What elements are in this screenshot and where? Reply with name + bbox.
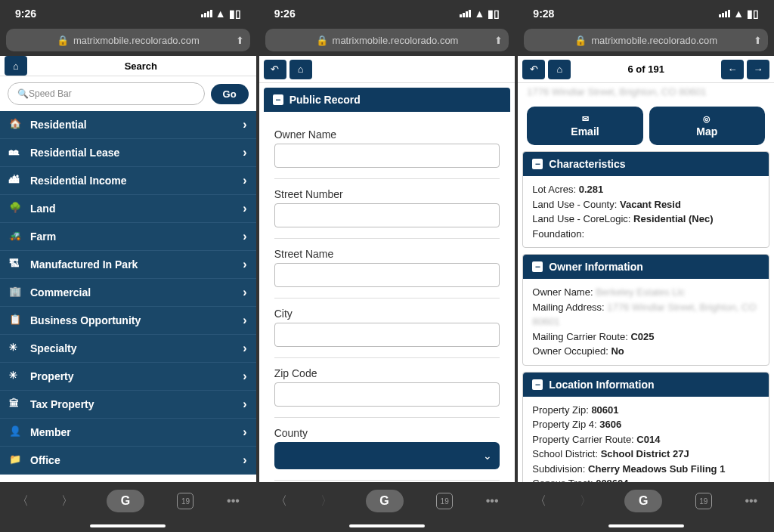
data-row: Mailing Carrier Route: C025 [532, 329, 760, 345]
category-icon: 🏙 [9, 174, 23, 187]
home-button[interactable]: ⌂ [548, 60, 571, 79]
more-icon[interactable]: ••• [745, 494, 757, 508]
category-icon: ✳ [9, 342, 23, 355]
home-indicator[interactable] [349, 524, 425, 527]
nav-bar: ↶ ⌂ [259, 56, 515, 83]
field-label: County [274, 427, 500, 439]
category-label: Business Opportunity [30, 314, 141, 326]
collapse-icon[interactable]: − [532, 159, 543, 169]
map-icon: ◎ [703, 114, 711, 124]
map-button[interactable]: ◎Map [649, 107, 765, 145]
data-row: Property Zip: 80601 [532, 403, 760, 418]
share-icon[interactable]: ⬆ [236, 35, 244, 46]
tabs-button[interactable]: 19 [177, 493, 194, 509]
battery-icon: ▮▯ [229, 8, 241, 20]
email-button[interactable]: ✉Email [527, 107, 642, 145]
recent-searches-link[interactable]: 2 Recent Searches [0, 475, 256, 482]
panel-characteristics: −Characteristics Lot Acres: 0.281Land Us… [522, 151, 769, 248]
url-text: matrixmobile.recolorado.com [73, 35, 200, 46]
collapse-icon[interactable]: − [532, 379, 543, 390]
back-button[interactable]: ↶ [264, 60, 286, 79]
category-item[interactable]: 🏠Residential› [0, 111, 256, 139]
speed-bar-input[interactable]: 🔍 Speed Bar [8, 82, 205, 105]
share-icon[interactable]: ⬆ [754, 35, 762, 46]
section-header-location[interactable]: −Location Information [523, 373, 769, 397]
category-icon: 🏠 [9, 118, 23, 131]
field-input-city[interactable] [274, 323, 500, 347]
category-icon: 🏛 [9, 397, 23, 411]
more-icon[interactable]: ••• [227, 494, 240, 508]
category-item[interactable]: ✳Specialty› [0, 335, 256, 363]
field-label: Street Name [274, 248, 500, 260]
google-button[interactable]: G [624, 490, 662, 512]
battery-icon: ▮▯ [488, 8, 500, 20]
category-label: Residential Income [30, 175, 127, 187]
google-button[interactable]: G [366, 490, 404, 512]
address-bar[interactable]: 🔒 matrixmobile.recolorado.com ⬆ [6, 29, 250, 51]
data-row: Mailing Address: 1776 Windlar Street, Br… [532, 300, 760, 329]
category-item[interactable]: ✳Property› [0, 363, 256, 391]
field-input-street-number[interactable] [274, 203, 500, 227]
home-button[interactable]: ⌂ [289, 60, 312, 79]
phone-screen-3: 9:28 ▲ ▮▯ 🔒 matrixmobile.recolorado.com … [518, 0, 774, 532]
category-icon: 🏗 [9, 258, 23, 271]
tabs-button[interactable]: 19 [695, 493, 712, 509]
category-item[interactable]: 📁Office› [0, 447, 256, 475]
back-icon[interactable]: 〈 [17, 493, 29, 509]
collapse-icon[interactable]: − [273, 94, 283, 105]
section-header-owner[interactable]: −Owner Information [523, 255, 769, 279]
back-icon[interactable]: 〈 [275, 493, 287, 509]
status-icons: ▲ ▮▯ [460, 8, 500, 20]
collapse-icon[interactable]: − [532, 261, 543, 272]
chevron-right-icon: › [243, 202, 246, 215]
category-item[interactable]: 🌳Land› [0, 195, 256, 223]
category-list: 🏠Residential›🏘Residential Lease›🏙Residen… [0, 111, 256, 475]
category-item[interactable]: 🏢Commercial› [0, 279, 256, 307]
signal-icon [719, 10, 730, 17]
category-label: Tax Property [30, 398, 94, 410]
address-bar[interactable]: 🔒 matrixmobile.recolorado.com ⬆ [265, 29, 509, 51]
category-label: Commercial [30, 286, 91, 298]
field-input-street-name[interactable] [274, 263, 500, 287]
share-icon[interactable]: ⬆ [494, 35, 503, 46]
category-item[interactable]: 👤Member› [0, 419, 256, 447]
back-button[interactable]: ↶ [522, 60, 545, 79]
next-button[interactable]: → [747, 60, 769, 79]
category-item[interactable]: 🚜Farm› [0, 223, 256, 251]
field-label: Zip Code [274, 367, 500, 379]
field-input-zip-code[interactable] [274, 382, 500, 407]
county-select[interactable]: ⌄ [274, 442, 500, 469]
home-button[interactable]: ⌂ [5, 56, 27, 76]
go-button[interactable]: Go [211, 84, 249, 104]
google-button[interactable]: G [107, 490, 144, 512]
more-icon[interactable]: ••• [486, 494, 499, 508]
lock-icon: 🔒 [574, 35, 587, 46]
field-input-owner-name[interactable] [274, 144, 500, 168]
forward-icon[interactable]: 〉 [61, 493, 73, 509]
category-item[interactable]: 🏗Manufactured In Park› [0, 251, 256, 279]
category-label: Residential [30, 119, 87, 131]
category-item[interactable]: 🏙Residential Income› [0, 167, 256, 195]
section-header-characteristics[interactable]: −Characteristics [523, 152, 769, 176]
category-item[interactable]: 📋Business Opportunity› [0, 307, 256, 335]
tabs-button[interactable]: 19 [436, 493, 453, 509]
data-row: Lot Acres: 0.281 [532, 182, 760, 197]
form-body: Owner NameStreet NumberStreet NameCityZi… [259, 112, 515, 482]
category-label: Land [30, 203, 55, 215]
address-bar[interactable]: 🔒 matrixmobile.recolorado.com ⬆ [524, 29, 768, 51]
forward-icon: 〉 [320, 493, 333, 509]
back-icon[interactable]: 〈 [534, 493, 546, 509]
signal-icon [201, 10, 212, 17]
home-indicator[interactable] [90, 524, 166, 527]
category-item[interactable]: 🏘Residential Lease› [0, 139, 256, 167]
browser-toolbar: 〈 〉 G 19 ••• [259, 482, 515, 520]
category-item[interactable]: 🏛Tax Property› [0, 391, 256, 419]
category-icon: 🚜 [9, 230, 23, 243]
home-indicator[interactable] [608, 524, 684, 527]
chevron-right-icon: › [243, 146, 246, 159]
data-row: Owner Name: Berkeley Estates Llc [532, 285, 760, 300]
wifi-icon: ▲ [733, 8, 744, 20]
section-header-public-record[interactable]: − Public Record [264, 88, 511, 112]
category-icon: 👤 [9, 425, 23, 439]
prev-button[interactable]: ← [721, 60, 744, 79]
